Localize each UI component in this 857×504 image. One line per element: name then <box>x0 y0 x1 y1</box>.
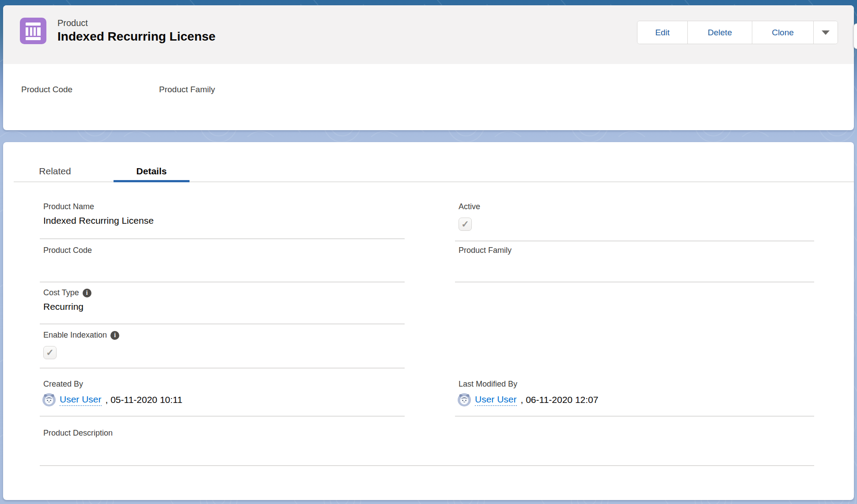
record-header-band: Product Indexed Recurring License Edit D… <box>3 5 854 64</box>
product-name-value: Indexed Recurring License <box>40 211 405 226</box>
user-avatar <box>42 393 56 406</box>
product-code-value <box>40 255 405 268</box>
page-title: Indexed Recurring License <box>57 30 216 44</box>
record-header-card: Product Indexed Recurring License Edit D… <box>3 5 854 130</box>
clone-button[interactable]: Clone <box>752 21 813 44</box>
product-description-label: Product Description <box>40 427 814 438</box>
product-description-value <box>40 438 814 451</box>
tab-details[interactable]: Details <box>112 162 191 181</box>
record-detail-card: Related Details Product Name Indexed Rec… <box>3 142 854 500</box>
delete-button[interactable]: Delete <box>687 21 752 44</box>
entity-label: Product <box>57 18 88 28</box>
active-checkbox-checked: ✓ <box>459 218 472 231</box>
product-family-value <box>455 255 814 268</box>
last-modified-by-user-link[interactable]: User User <box>475 394 517 406</box>
product-name-label: Product Name <box>40 200 405 211</box>
field-product-name[interactable]: Product Name Indexed Recurring License <box>40 200 405 239</box>
edit-button[interactable]: Edit <box>637 21 687 44</box>
product-icon <box>20 18 46 44</box>
chevron-down-icon <box>822 30 830 35</box>
field-created-by: Created By User User , 05-11-2020 10:11 <box>40 378 405 417</box>
active-tab-underline <box>114 180 190 182</box>
field-cost-type[interactable]: Cost Type i Recurring <box>40 286 405 324</box>
field-active[interactable]: Active ✓ <box>455 200 814 241</box>
created-by-user-link[interactable]: User User <box>60 394 102 406</box>
product-code-label: Product Code <box>40 244 405 255</box>
more-actions-button[interactable] <box>813 21 838 44</box>
checkmark-icon: ✓ <box>46 347 54 358</box>
edge-panel-toggle-partial[interactable] <box>853 23 857 49</box>
last-modified-by-label: Last Modified By <box>455 378 814 389</box>
created-by-label: Created By <box>40 378 405 389</box>
info-icon[interactable]: i <box>83 289 91 297</box>
created-by-datetime: , 05-11-2020 10:11 <box>106 395 182 405</box>
user-avatar <box>458 393 471 406</box>
field-last-modified-by: Last Modified By User User , 06-11-2020 … <box>455 378 814 417</box>
record-action-group: Edit Delete Clone <box>637 21 838 44</box>
product-family-label: Product Family <box>455 244 814 255</box>
cost-type-label: Cost Type <box>43 288 79 297</box>
field-product-family[interactable]: Product Family <box>455 244 814 282</box>
cost-type-value: Recurring <box>40 297 405 312</box>
field-product-code[interactable]: Product Code <box>40 244 405 282</box>
enable-indexation-label: Enable Indexation <box>43 331 107 340</box>
field-enable-indexation[interactable]: Enable Indexation i ✓ <box>40 329 405 369</box>
field-product-description[interactable]: Product Description <box>40 427 814 466</box>
last-modified-by-datetime: , 06-11-2020 12:07 <box>521 395 599 405</box>
active-label: Active <box>455 200 814 211</box>
checkmark-icon: ✓ <box>461 219 469 229</box>
tab-related[interactable]: Related <box>16 162 94 181</box>
header-product-family-label: Product Family <box>159 85 215 94</box>
enable-indexation-checkbox-checked: ✓ <box>43 346 57 359</box>
info-icon[interactable]: i <box>110 331 119 340</box>
header-product-code-label: Product Code <box>21 85 72 94</box>
